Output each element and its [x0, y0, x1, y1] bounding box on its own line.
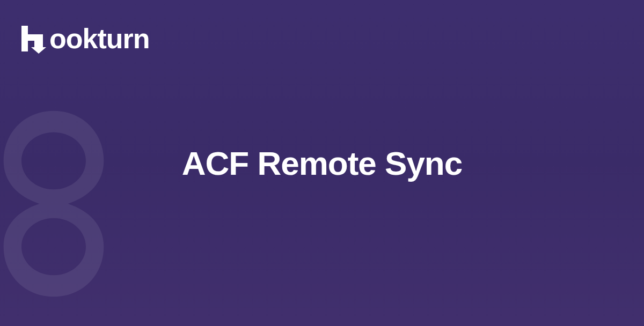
hookturn-h-icon [19, 24, 52, 54]
page-title: ACF Remote Sync [182, 144, 462, 182]
brand-logo: ookturn [19, 23, 150, 55]
background-decoration [0, 97, 129, 313]
logo-mark-icon [19, 24, 52, 54]
brand-name: ookturn [49, 23, 150, 55]
figure-eight-shape-icon [0, 97, 129, 311]
